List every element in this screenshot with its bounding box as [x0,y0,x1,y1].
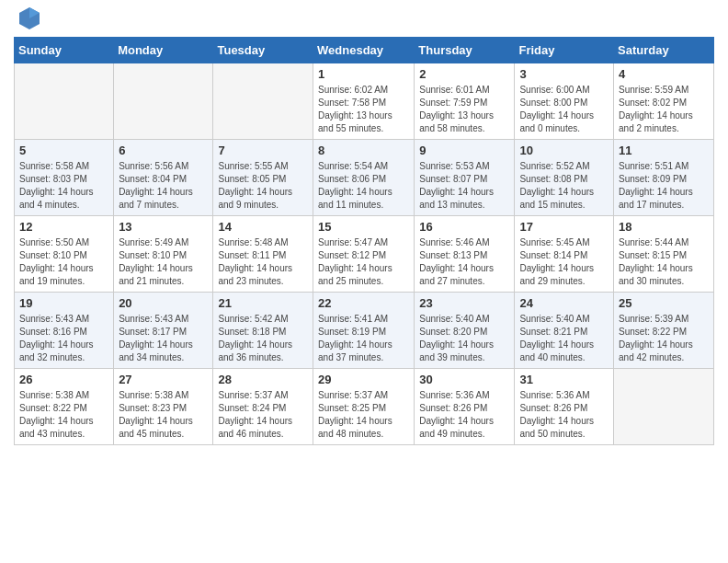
calendar-cell: 28Sunrise: 5:37 AM Sunset: 8:24 PM Dayli… [213,369,313,445]
day-info: Sunrise: 5:36 AM Sunset: 8:26 PM Dayligh… [519,389,609,441]
day-info: Sunrise: 5:47 AM Sunset: 8:12 PM Dayligh… [318,236,409,288]
day-number: 6 [119,144,208,157]
calendar-cell: 31Sunrise: 5:36 AM Sunset: 8:26 PM Dayli… [515,369,614,445]
calendar-cell: 8Sunrise: 5:54 AM Sunset: 8:06 PM Daylig… [313,140,415,216]
calendar-cell: 13Sunrise: 5:49 AM Sunset: 8:10 PM Dayli… [114,216,213,293]
calendar-cell: 14Sunrise: 5:48 AM Sunset: 8:11 PM Dayli… [213,216,313,293]
day-number: 28 [218,373,308,386]
calendar-cell [114,63,213,140]
calendar-cell: 2Sunrise: 6:01 AM Sunset: 7:59 PM Daylig… [415,63,515,140]
day-number: 26 [19,373,108,386]
day-info: Sunrise: 5:42 AM Sunset: 8:18 PM Dayligh… [218,313,308,364]
day-info: Sunrise: 5:40 AM Sunset: 8:20 PM Dayligh… [419,313,509,364]
day-info: Sunrise: 5:54 AM Sunset: 8:06 PM Dayligh… [318,160,409,212]
day-number: 12 [19,220,108,234]
calendar-cell: 6Sunrise: 5:56 AM Sunset: 8:04 PM Daylig… [114,140,213,216]
logo-flag-icon [17,6,41,31]
day-number: 7 [218,144,308,157]
day-info: Sunrise: 5:50 AM Sunset: 8:10 PM Dayligh… [19,236,108,288]
calendar-cell: 11Sunrise: 5:51 AM Sunset: 8:09 PM Dayli… [614,140,714,216]
day-number: 21 [218,296,308,310]
day-number: 14 [218,220,308,234]
day-number: 30 [419,373,509,386]
day-number: 1 [318,67,409,81]
day-info: Sunrise: 5:46 AM Sunset: 8:13 PM Dayligh… [419,236,509,288]
dow-header-saturday: Saturday [614,38,714,63]
day-info: Sunrise: 5:43 AM Sunset: 8:17 PM Dayligh… [119,313,208,364]
day-number: 23 [419,296,509,310]
day-number: 5 [19,144,108,157]
day-info: Sunrise: 5:59 AM Sunset: 8:02 PM Dayligh… [619,84,709,135]
calendar-cell: 7Sunrise: 5:55 AM Sunset: 8:05 PM Daylig… [213,140,313,216]
day-info: Sunrise: 5:39 AM Sunset: 8:22 PM Dayligh… [619,313,709,364]
calendar-cell: 9Sunrise: 5:53 AM Sunset: 8:07 PM Daylig… [415,140,515,216]
day-number: 24 [519,296,609,310]
day-number: 8 [318,144,409,157]
calendar-cell: 19Sunrise: 5:43 AM Sunset: 8:16 PM Dayli… [15,293,114,369]
dow-header-sunday: Sunday [15,38,114,63]
calendar-cell: 15Sunrise: 5:47 AM Sunset: 8:12 PM Dayli… [313,216,415,293]
day-info: Sunrise: 5:40 AM Sunset: 8:21 PM Dayligh… [519,313,609,364]
calendar-table: SundayMondayTuesdayWednesdayThursdayFrid… [14,37,714,445]
day-info: Sunrise: 5:58 AM Sunset: 8:03 PM Dayligh… [19,160,108,212]
day-number: 15 [318,220,409,234]
day-info: Sunrise: 5:44 AM Sunset: 8:15 PM Dayligh… [619,236,709,288]
day-number: 20 [119,296,208,310]
calendar-cell [15,63,114,140]
day-info: Sunrise: 5:55 AM Sunset: 8:05 PM Dayligh… [218,160,308,212]
calendar-cell: 29Sunrise: 5:37 AM Sunset: 8:25 PM Dayli… [313,369,415,445]
day-number: 4 [619,67,709,81]
day-info: Sunrise: 5:45 AM Sunset: 8:14 PM Dayligh… [519,236,609,288]
calendar-cell: 25Sunrise: 5:39 AM Sunset: 8:22 PM Dayli… [614,293,714,369]
calendar-cell: 23Sunrise: 5:40 AM Sunset: 8:20 PM Dayli… [415,293,515,369]
day-info: Sunrise: 5:37 AM Sunset: 8:25 PM Dayligh… [318,389,409,441]
day-info: Sunrise: 5:41 AM Sunset: 8:19 PM Dayligh… [318,313,409,364]
dow-header-thursday: Thursday [415,38,515,63]
day-number: 25 [619,296,709,310]
day-info: Sunrise: 5:38 AM Sunset: 8:23 PM Dayligh… [119,389,208,441]
day-info: Sunrise: 5:37 AM Sunset: 8:24 PM Dayligh… [218,389,308,441]
day-info: Sunrise: 5:53 AM Sunset: 8:07 PM Dayligh… [419,160,509,212]
day-number: 27 [119,373,208,386]
calendar-cell: 16Sunrise: 5:46 AM Sunset: 8:13 PM Dayli… [415,216,515,293]
day-number: 11 [619,144,709,157]
day-number: 18 [619,220,709,234]
day-number: 16 [419,220,509,234]
calendar-cell: 10Sunrise: 5:52 AM Sunset: 8:08 PM Dayli… [515,140,614,216]
dow-header-tuesday: Tuesday [213,38,313,63]
calendar-cell: 18Sunrise: 5:44 AM Sunset: 8:15 PM Dayli… [614,216,714,293]
logo [14,9,41,31]
day-number: 22 [318,296,409,310]
day-info: Sunrise: 5:38 AM Sunset: 8:22 PM Dayligh… [19,389,108,441]
calendar-cell: 4Sunrise: 5:59 AM Sunset: 8:02 PM Daylig… [614,63,714,140]
dow-header-wednesday: Wednesday [313,38,415,63]
calendar-cell: 20Sunrise: 5:43 AM Sunset: 8:17 PM Dayli… [114,293,213,369]
calendar-cell: 12Sunrise: 5:50 AM Sunset: 8:10 PM Dayli… [15,216,114,293]
day-info: Sunrise: 5:49 AM Sunset: 8:10 PM Dayligh… [119,236,208,288]
day-info: Sunrise: 6:00 AM Sunset: 8:00 PM Dayligh… [519,84,609,135]
day-info: Sunrise: 6:01 AM Sunset: 7:59 PM Dayligh… [419,84,509,135]
calendar-cell: 21Sunrise: 5:42 AM Sunset: 8:18 PM Dayli… [213,293,313,369]
day-number: 10 [519,144,609,157]
day-number: 17 [519,220,609,234]
calendar-cell [213,63,313,140]
dow-header-monday: Monday [114,38,213,63]
calendar-cell: 24Sunrise: 5:40 AM Sunset: 8:21 PM Dayli… [515,293,614,369]
calendar-cell: 3Sunrise: 6:00 AM Sunset: 8:00 PM Daylig… [515,63,614,140]
day-info: Sunrise: 5:52 AM Sunset: 8:08 PM Dayligh… [519,160,609,212]
day-number: 19 [19,296,108,310]
calendar-cell: 1Sunrise: 6:02 AM Sunset: 7:58 PM Daylig… [313,63,415,140]
calendar-cell [614,369,714,445]
dow-header-friday: Friday [515,38,614,63]
day-number: 3 [519,67,609,81]
day-number: 2 [419,67,509,81]
day-info: Sunrise: 5:48 AM Sunset: 8:11 PM Dayligh… [218,236,308,288]
calendar-cell: 30Sunrise: 5:36 AM Sunset: 8:26 PM Dayli… [415,369,515,445]
day-info: Sunrise: 6:02 AM Sunset: 7:58 PM Dayligh… [318,84,409,135]
calendar-cell: 26Sunrise: 5:38 AM Sunset: 8:22 PM Dayli… [15,369,114,445]
day-number: 29 [318,373,409,386]
day-info: Sunrise: 5:56 AM Sunset: 8:04 PM Dayligh… [119,160,208,212]
day-info: Sunrise: 5:36 AM Sunset: 8:26 PM Dayligh… [419,389,509,441]
day-number: 13 [119,220,208,234]
calendar-cell: 22Sunrise: 5:41 AM Sunset: 8:19 PM Dayli… [313,293,415,369]
